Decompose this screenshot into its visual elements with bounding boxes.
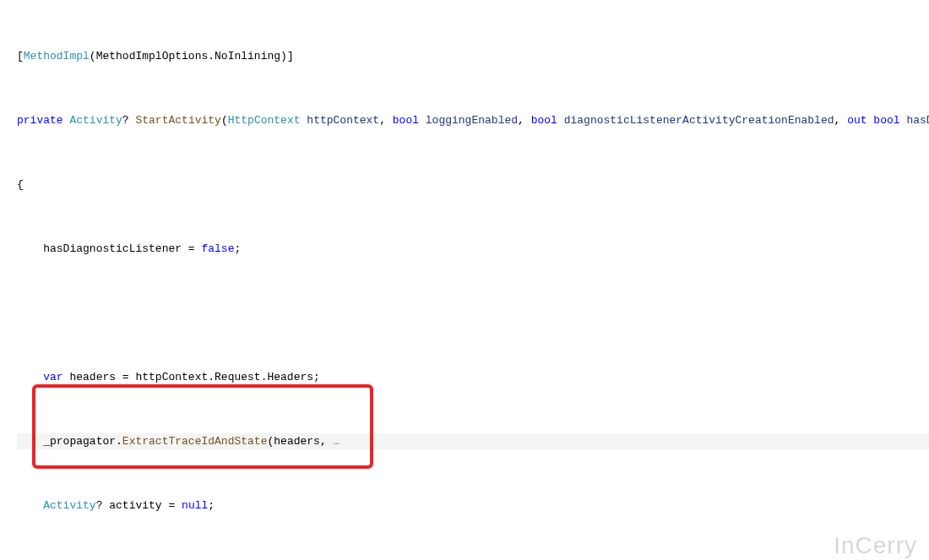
txt: _propagator. [43,435,122,448]
param-type: HttpContext [228,114,301,127]
param-type: bool [873,114,899,127]
code-line [17,305,929,321]
txt: ) [280,50,287,63]
open-brace: { [17,178,24,191]
code-line: hasDiagnosticListener = false; [17,241,929,257]
code-line: [MethodImpl(MethodImplOptions.NoInlining… [17,48,929,64]
code-line: _propagator.ExtractTraceIdAndState(heade… [17,433,929,449]
txt: ] [287,50,294,63]
kw-out: out [847,114,867,127]
param-type: bool [531,114,557,127]
txt: headers = httpContext.Request.Headers; [63,371,320,383]
kw-var: var [43,371,62,383]
attribute-arg: MethodImplOptions.NoInlining [96,50,280,63]
param-type: bool [393,114,419,127]
code-line: private Activity? StartActivity(HttpCont… [17,112,929,128]
txt: ? [122,114,129,127]
method-name: StartActivity [135,114,220,127]
code-line: var headers = httpContext.Request.Header… [17,369,929,385]
type-name: Activity [43,499,95,512]
param-name: httpContext [307,114,379,127]
txt: ; [208,499,215,512]
txt: ( [90,50,96,63]
ret-type: Activity [69,114,122,127]
ellipsis-icon: … [327,435,340,448]
txt: activity = [102,499,182,512]
kw-false: false [201,242,234,255]
code-editor[interactable]: [MethodImpl(MethodImplOptions.NoInlining… [0,0,929,560]
param-name: loggingEnabled [426,114,518,127]
kw-null: null [182,499,208,512]
param-name: hasDi [906,114,929,127]
code-line: Activity? activity = null; [17,497,929,514]
txt: hasDiagnosticListener = [43,242,201,255]
highlight-box [32,384,373,469]
method-call: ExtractTraceIdAndState [122,435,268,448]
txt: ; [234,242,241,255]
param-name: diagnosticListenerActivityCreationEnable… [564,114,834,127]
txt: (headers, [267,435,326,448]
kw-private: private [17,114,63,127]
code-line: { [17,177,929,193]
txt: [ [17,50,24,63]
attribute-name: MethodImpl [24,50,90,63]
